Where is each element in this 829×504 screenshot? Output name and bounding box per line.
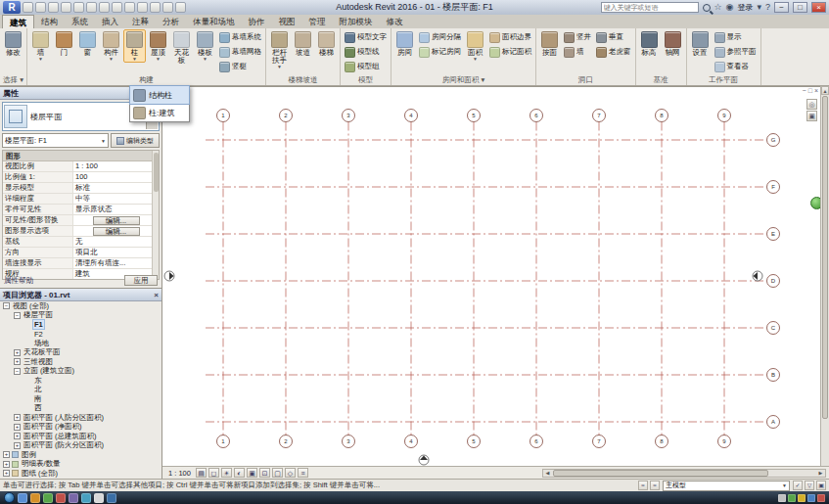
tree-item[interactable]: +图纸 (全部) — [0, 469, 161, 478]
ribbon-tab[interactable]: 插入 — [95, 15, 125, 28]
model-line-button[interactable]: 模型线 — [343, 45, 389, 59]
tree-item[interactable]: F2 — [0, 330, 161, 340]
tree-item[interactable]: +面积平面 (人防分区面积) — [0, 413, 161, 423]
ribbon-tab[interactable]: 管理 — [302, 15, 333, 28]
redo-icon[interactable] — [73, 2, 84, 13]
tree-item[interactable]: −立面 (建筑立面) — [0, 367, 161, 377]
properties-help-link[interactable]: 属性帮助 — [4, 276, 33, 286]
roof-button[interactable]: 屋顶▼ — [147, 29, 169, 63]
ribbon-tab[interactable]: 视图 — [272, 15, 302, 28]
tag-area-button[interactable]: 标记面积 — [487, 45, 533, 59]
taskbar-app-icon[interactable] — [30, 493, 40, 503]
taskbar-app-icon[interactable] — [69, 493, 78, 503]
model-group-button[interactable]: 模型组 — [343, 60, 389, 73]
view-scale-button[interactable]: 1 : 100 — [165, 468, 194, 479]
application-menu-button[interactable]: R — [3, 1, 21, 14]
measure-icon[interactable] — [99, 2, 110, 13]
green-status-ball-icon[interactable] — [810, 197, 820, 209]
set-work-plane-button[interactable]: 设置 — [689, 29, 712, 58]
viewer-button[interactable]: 查看器 — [713, 60, 759, 73]
shaft-opening-button[interactable]: 竖井 — [562, 30, 593, 44]
default-3d-view-icon[interactable] — [150, 2, 161, 13]
ribbon-tab[interactable]: 体量和场地 — [186, 15, 242, 28]
wall-opening-button[interactable]: 墙 — [562, 45, 593, 59]
ribbon-tab[interactable]: 注释 — [125, 15, 156, 28]
tree-item[interactable]: 东 — [0, 376, 161, 386]
property-value[interactable]: 项目北 — [73, 248, 159, 257]
expand-icon[interactable]: + — [14, 414, 21, 421]
edit-type-button[interactable]: 编辑类型 — [111, 133, 160, 148]
help-icon[interactable]: ? — [765, 2, 770, 13]
signin-dropdown-icon[interactable]: ▾ — [757, 2, 761, 13]
select-toggle-icon[interactable]: ▣ — [816, 481, 826, 490]
apply-button[interactable]: 应用 — [124, 275, 158, 286]
tree-item[interactable]: +面积平面 (净面积) — [0, 423, 161, 433]
scrollbar-thumb[interactable] — [822, 96, 828, 419]
scroll-left-icon[interactable]: ◀ — [543, 470, 552, 477]
tree-item[interactable]: F1 — [0, 320, 161, 330]
restore-button[interactable]: □ — [793, 2, 807, 13]
scroll-up-icon[interactable]: ▲ — [821, 86, 829, 95]
tree-item[interactable]: 场地 — [0, 339, 161, 348]
visual-style-icon[interactable]: ◻ — [208, 468, 219, 478]
taskbar-app-icon[interactable] — [107, 493, 116, 503]
search-icon[interactable] — [703, 4, 711, 12]
door-button[interactable]: 门 — [53, 29, 75, 58]
reveal-hidden-elements-icon[interactable]: ≡ — [298, 468, 308, 478]
expand-icon[interactable]: + — [14, 349, 21, 356]
ribbon-tab[interactable]: 附加模块 — [333, 15, 380, 28]
instance-selector[interactable]: 楼层平面: F1 ▼ — [2, 133, 109, 148]
ribbon-tab[interactable]: 修改 — [380, 15, 410, 28]
design-options-select[interactable]: 主模型 ▼ — [663, 481, 790, 491]
column-button[interactable]: 柱▼ — [123, 29, 146, 63]
tree-item[interactable]: −楼层平面 — [0, 311, 161, 321]
expand-icon[interactable]: + — [14, 424, 21, 431]
tag-by-category-icon[interactable] — [124, 2, 135, 13]
collapse-icon[interactable]: − — [14, 368, 21, 375]
stair-button[interactable]: 楼梯 — [315, 29, 338, 58]
editable-only-icon[interactable]: ✓ — [793, 481, 803, 490]
favorites-star-icon[interactable]: ☆ — [714, 2, 722, 13]
edit-button[interactable]: 编辑... — [93, 227, 140, 236]
modify-cursor-button[interactable]: 修改 — [2, 29, 24, 58]
tree-item[interactable]: +面积平面 (总建筑面积) — [0, 432, 161, 441]
tree-item[interactable]: +面积平面 (防火分区面积) — [0, 441, 161, 451]
property-value[interactable]: 无 — [73, 237, 159, 247]
view-minimize-icon[interactable]: − — [803, 87, 806, 94]
temporary-hide-isolate-icon[interactable]: ◇ — [285, 468, 296, 478]
show-work-plane-button[interactable]: 显示 — [713, 30, 759, 44]
horizontal-scrollbar[interactable]: ◀ ▶ — [542, 469, 826, 478]
area-button[interactable]: 面积▼ — [464, 29, 486, 63]
tree-item[interactable]: 北 — [0, 386, 161, 395]
rendering-icon[interactable]: ▣ — [247, 468, 257, 478]
architectural-column-option[interactable]: 柱:建筑 — [130, 104, 189, 121]
sync-icon[interactable] — [48, 2, 59, 13]
model-text-button[interactable]: 模型文字 — [343, 30, 389, 44]
scrollbar-thumb[interactable] — [553, 470, 768, 477]
section-icon[interactable] — [162, 2, 173, 13]
expand-icon[interactable]: + — [14, 442, 21, 449]
property-value[interactable]: 清理所有墙连... — [73, 258, 159, 268]
room-separator-button[interactable]: 房间分隔 — [417, 30, 463, 44]
print-icon[interactable] — [86, 2, 97, 13]
tag-room-button[interactable]: 标记房间 — [417, 45, 463, 59]
ribbon-tab[interactable]: 协作 — [242, 15, 272, 28]
save-icon[interactable] — [35, 2, 46, 13]
view-restore-icon[interactable]: □ — [808, 87, 812, 94]
zoom-tool-icon[interactable]: ▣ — [806, 111, 817, 121]
expand-icon[interactable]: + — [3, 461, 10, 468]
start-button[interactable] — [4, 492, 15, 503]
tree-item[interactable]: −视图 (全部) — [0, 301, 161, 311]
ribbon-tab[interactable]: 系统 — [65, 15, 95, 28]
design-options-icon[interactable]: ≈ — [650, 481, 660, 490]
tree-item[interactable]: +明细表/数量 — [0, 460, 161, 470]
property-value[interactable]: 100 — [73, 172, 159, 182]
tray-icon[interactable] — [788, 494, 796, 502]
curtain-grid-button[interactable]: 幕墙网格 — [217, 45, 263, 59]
project-browser-header[interactable]: 项目浏览器 - 01.rvt × — [0, 289, 161, 301]
mullion-button[interactable]: 竖梃 — [217, 60, 263, 73]
signin-button[interactable]: 登录 — [737, 2, 753, 13]
view-close-icon[interactable]: × — [814, 87, 818, 94]
structural-column-option[interactable]: 结构柱 — [130, 86, 189, 104]
property-value[interactable]: 显示原状态 — [73, 205, 159, 214]
